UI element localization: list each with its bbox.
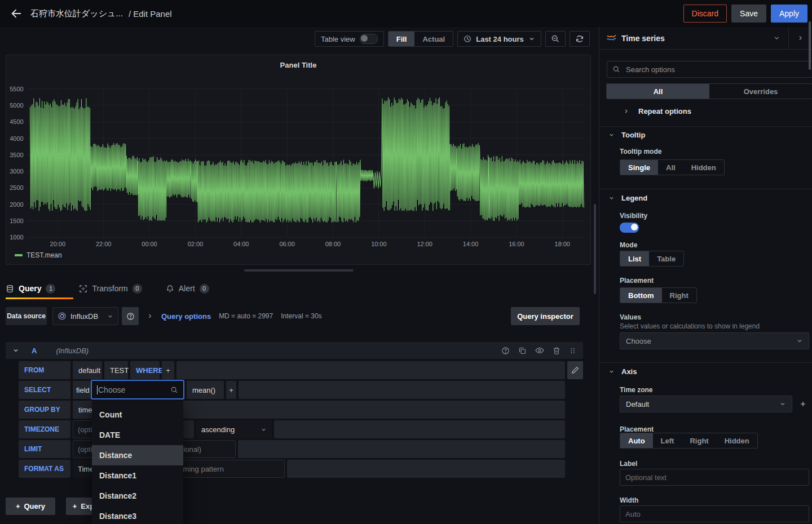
table-view-toggle[interactable]: [360, 34, 378, 44]
svg-text:20:00: 20:00: [50, 241, 65, 247]
dashboard-title[interactable]: 石狩市水位計ダッシュ...: [30, 8, 123, 19]
all-overrides-tabs-option-all[interactable]: All: [607, 84, 709, 99]
add-timezone-button[interactable]: [797, 398, 809, 410]
legend-mode-switch-option-table[interactable]: Table: [649, 251, 683, 266]
from-policy[interactable]: default: [73, 361, 102, 379]
dropdown-scrollbar[interactable]: [809, 21, 811, 70]
svg-text:10:00: 10:00: [371, 241, 386, 247]
axis-section-label: Axis: [621, 367, 637, 376]
field-option-date[interactable]: DATE: [92, 425, 183, 445]
panel-title[interactable]: Panel Title: [6, 61, 590, 69]
query-inspector-button[interactable]: Query inspector: [511, 307, 580, 325]
svg-text:5500: 5500: [10, 86, 23, 92]
field-option-count[interactable]: Count: [92, 405, 183, 425]
plus-icon: +: [16, 502, 20, 510]
panel: 1000150020002500300035004000450050005500…: [6, 55, 591, 265]
axis-placement-switch-option-left[interactable]: Left: [653, 433, 682, 448]
axis-placement-switch-option-auto[interactable]: Auto: [620, 433, 653, 448]
timezone-label: TIMEZONE: [19, 420, 70, 438]
tooltip-section-header[interactable]: Tooltip: [608, 131, 645, 139]
options-search-box: [607, 61, 812, 78]
tab-transform[interactable]: Transform 0: [79, 284, 142, 294]
legend-visibility-label: Visibility: [620, 212, 647, 220]
legend-visibility-toggle[interactable]: [620, 223, 639, 233]
select-add-button[interactable]: +: [226, 381, 236, 399]
toggle-knob: [631, 224, 638, 230]
svg-text:16:00: 16:00: [509, 241, 524, 247]
select-function[interactable]: mean(): [187, 381, 224, 399]
legend-values-select[interactable]: Choose: [620, 332, 809, 349]
duplicate-icon[interactable]: [518, 347, 527, 355]
svg-text:18:00: 18:00: [555, 241, 570, 247]
axis-label-input[interactable]: [620, 469, 809, 486]
pane-splitter[interactable]: [244, 269, 354, 272]
add-query-button[interactable]: + Query: [6, 498, 55, 515]
format-row-filler: [287, 460, 565, 478]
svg-text:3500: 3500: [10, 152, 23, 158]
collapse-pane-icon[interactable]: [797, 34, 804, 42]
legend-mode-label: Mode: [620, 241, 637, 249]
axis-section-header[interactable]: Axis: [608, 367, 637, 376]
legend-section-header[interactable]: Legend: [608, 194, 647, 202]
axis-width-input[interactable]: [620, 505, 809, 522]
eye-icon[interactable]: [535, 346, 544, 355]
all-overrides-tabs-option-overrides[interactable]: Overrides: [709, 84, 812, 99]
field-select-input[interactable]: Choose: [91, 380, 184, 399]
where-label[interactable]: WHERE: [130, 361, 160, 379]
legend-placement-label: Placement: [620, 277, 654, 285]
search-icon: [170, 386, 178, 394]
datasource-label: Data source: [6, 307, 47, 325]
svg-text:14:00: 14:00: [463, 241, 478, 247]
refresh-button[interactable]: [570, 31, 590, 47]
time-range-picker[interactable]: Last 24 hours: [457, 31, 541, 47]
select-field-keyword[interactable]: field: [73, 381, 91, 399]
tooltip-mode-switch-option-all[interactable]: All: [658, 160, 683, 175]
svg-text:12:00: 12:00: [417, 241, 433, 247]
drag-handle-icon[interactable]: [569, 347, 576, 355]
where-add-button[interactable]: +: [162, 361, 174, 379]
legend-placement-switch-option-right[interactable]: Right: [662, 288, 696, 303]
field-option-distance3[interactable]: Distance3: [92, 506, 183, 524]
repeat-options-section[interactable]: Repeat options: [623, 107, 691, 116]
tab-query[interactable]: Query 1: [6, 284, 55, 294]
plus-icon: [799, 400, 807, 408]
legend-item[interactable]: TEST.mean: [15, 251, 62, 259]
visualization-picker[interactable]: Time series: [599, 27, 812, 50]
zoom-out-button[interactable]: [545, 31, 566, 47]
query-options-toggle[interactable]: Query options: [161, 312, 211, 321]
field-option-distance[interactable]: Distance: [92, 445, 183, 465]
chevron-down-icon: [107, 313, 113, 319]
query-row-from: FROM default TEST WHERE +: [19, 361, 565, 379]
apply-button[interactable]: Apply: [771, 5, 807, 23]
fill-actual-switch-option-fill[interactable]: Fill: [389, 32, 415, 46]
field-option-distance2[interactable]: Distance2: [92, 486, 183, 506]
axis-placement-switch-option-hidden[interactable]: Hidden: [717, 433, 757, 448]
alias-input[interactable]: Naming pattern: [169, 460, 285, 478]
fill-actual-switch-option-actual[interactable]: Actual: [414, 32, 453, 46]
axis-placement-switch-option-right[interactable]: Right: [682, 433, 716, 448]
axis-timezone-select[interactable]: Default: [620, 396, 792, 412]
from-measurement[interactable]: TEST: [104, 361, 128, 379]
trash-icon[interactable]: [553, 347, 561, 355]
datasource-help-button[interactable]: [122, 307, 139, 325]
query-row-header[interactable]: A (InfluxDB): [6, 342, 583, 359]
legend-placement-switch-option-bottom[interactable]: Bottom: [620, 288, 662, 303]
query-ref-id: A: [32, 347, 37, 355]
edit-raw-query-button[interactable]: [567, 361, 583, 379]
back-button[interactable]: [8, 5, 25, 22]
left-pane-scrollbar[interactable]: [594, 204, 596, 294]
discard-button[interactable]: Discard: [683, 5, 727, 23]
panel-options-pane: Time series AllOverrides Repeat options …: [599, 27, 812, 524]
help-circle-icon[interactable]: [501, 347, 510, 355]
axis-timezone-label: Time zone: [620, 386, 652, 394]
tooltip-mode-switch-option-single[interactable]: Single: [620, 160, 658, 175]
options-search-input[interactable]: [625, 65, 807, 74]
time-series-chart[interactable]: 1000150020002500300035004000450050005500…: [6, 55, 590, 264]
save-button[interactable]: Save: [731, 5, 766, 23]
tooltip-mode-switch-option-hidden[interactable]: Hidden: [683, 160, 724, 175]
legend-mode-switch-option-list[interactable]: List: [620, 251, 649, 266]
tab-alert[interactable]: Alert 0: [166, 284, 209, 294]
orderby-direction-select[interactable]: ascending: [196, 420, 272, 438]
datasource-picker[interactable]: InfluxDB: [52, 307, 118, 325]
field-option-distance1[interactable]: Distance1: [92, 465, 183, 486]
